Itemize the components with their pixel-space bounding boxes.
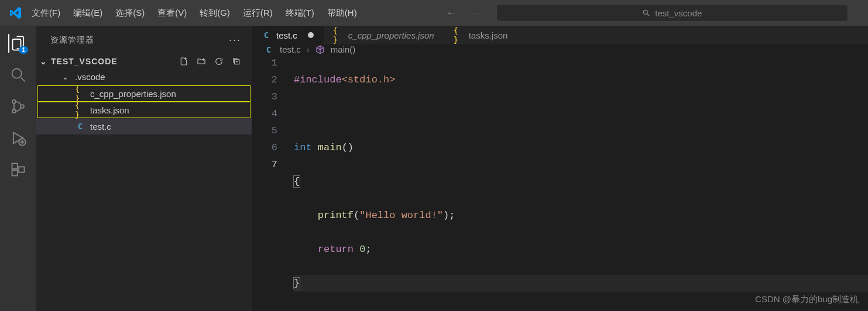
menu-file[interactable]: 文件(F) — [26, 3, 66, 23]
tab-label: test.c — [276, 30, 297, 40]
nav-forward-icon[interactable]: → — [471, 7, 481, 19]
activity-scm-icon[interactable] — [9, 97, 28, 116]
svg-rect-12 — [12, 170, 18, 175]
sidebar-title: 资源管理器 — [50, 35, 94, 46]
c-file-icon: C — [261, 30, 272, 40]
svg-point-6 — [20, 105, 24, 108]
breadcrumb-separator-icon: › — [307, 44, 310, 54]
folder-vscode[interactable]: ⌄ .vscode — [36, 68, 252, 85]
menu-view[interactable]: 查看(V) — [152, 3, 193, 23]
chevron-down-icon: ⌄ — [40, 57, 47, 66]
activity-debug-icon[interactable] — [9, 129, 28, 147]
tab-label: c_cpp_properties.json — [348, 30, 434, 40]
breadcrumbs[interactable]: C test.c › main() — [252, 44, 868, 54]
file-tasks-json[interactable]: { } tasks.json — [37, 102, 251, 118]
json-icon: { } — [75, 101, 85, 119]
watermark-text: CSDN @暴力的bug制造机 — [755, 294, 859, 305]
breadcrumb-symbol: main() — [331, 44, 356, 54]
editor-tabs: C test.c { } c_cpp_properties.json { } t… — [252, 26, 868, 44]
c-file-icon: C — [75, 122, 85, 131]
tab-tasks-json[interactable]: { } tasks.json — [444, 26, 518, 44]
explorer-sidebar: 资源管理器 ··· ⌄ TEST_VSCODE ⌄ .vscode { } c_… — [36, 26, 252, 311]
tab-c-cpp-properties[interactable]: { } c_cpp_properties.json — [324, 26, 444, 44]
menu-edit[interactable]: 编辑(E) — [67, 3, 108, 23]
svg-point-4 — [12, 100, 16, 103]
activity-bar: 1 — [0, 26, 36, 311]
tab-test-c[interactable]: C test.c — [252, 26, 324, 44]
activity-search-icon[interactable] — [9, 65, 28, 84]
svg-point-2 — [12, 69, 22, 78]
search-icon — [642, 9, 650, 17]
tab-label: tasks.json — [469, 30, 508, 40]
menu-help[interactable]: 帮助(H) — [321, 3, 363, 23]
vscode-logo-icon — [6, 6, 25, 19]
file-test-c[interactable]: C test.c — [36, 118, 252, 134]
symbol-method-icon — [315, 45, 325, 54]
line-number-gutter: 1 2 3 4 5 6 7 — [252, 54, 294, 311]
svg-line-3 — [21, 78, 25, 82]
folder-label: .vscode — [75, 72, 105, 82]
editor-area: C test.c { } c_cpp_properties.json { } t… — [252, 26, 868, 311]
new-file-icon[interactable] — [179, 57, 188, 66]
menu-terminal[interactable]: 终端(T) — [280, 3, 320, 23]
refresh-icon[interactable] — [214, 57, 224, 66]
explorer-badge: 1 — [19, 46, 28, 54]
breadcrumb-file: test.c — [280, 44, 301, 54]
svg-point-0 — [644, 10, 648, 14]
menu-select[interactable]: 选择(S) — [109, 3, 150, 23]
dirty-indicator-icon — [308, 32, 314, 38]
file-label: test.c — [90, 122, 111, 132]
activity-extensions-icon[interactable] — [9, 160, 28, 179]
c-file-icon: C — [263, 45, 274, 54]
collapse-all-icon[interactable] — [232, 57, 241, 66]
svg-rect-11 — [12, 164, 18, 169]
sidebar-more-icon[interactable]: ··· — [229, 34, 241, 46]
svg-line-1 — [647, 14, 650, 16]
file-label: tasks.json — [90, 105, 129, 115]
chevron-down-icon: ⌄ — [62, 72, 70, 81]
command-center-search[interactable]: test_vscode — [496, 4, 848, 22]
file-label: c_cpp_properties.json — [90, 89, 176, 99]
title-bar: 文件(F) 编辑(E) 选择(S) 查看(V) 转到(G) 运行(R) 终端(T… — [0, 0, 868, 26]
root-folder-name: TEST_VSCODE — [51, 57, 118, 66]
svg-point-5 — [12, 109, 16, 113]
new-folder-icon[interactable] — [197, 57, 206, 66]
code-content[interactable]: #include<stdio.h> int main() { printf("H… — [294, 54, 868, 311]
svg-rect-13 — [19, 167, 24, 172]
menu-go[interactable]: 转到(G) — [194, 3, 236, 23]
explorer-root-header[interactable]: ⌄ TEST_VSCODE — [36, 54, 252, 68]
activity-explorer-icon[interactable]: 1 — [8, 34, 27, 53]
menu-run[interactable]: 运行(R) — [237, 3, 279, 23]
code-editor[interactable]: 1 2 3 4 5 6 7 #include<stdio.h> int main… — [252, 54, 868, 311]
file-tree: ⌄ .vscode { } c_cpp_properties.json { } … — [36, 68, 252, 134]
file-c-cpp-properties[interactable]: { } c_cpp_properties.json — [37, 85, 251, 102]
json-icon: { } — [454, 26, 464, 44]
json-icon: { } — [333, 26, 344, 44]
search-placeholder-text: test_vscode — [655, 8, 702, 18]
nav-back-icon[interactable]: ← — [446, 7, 457, 19]
